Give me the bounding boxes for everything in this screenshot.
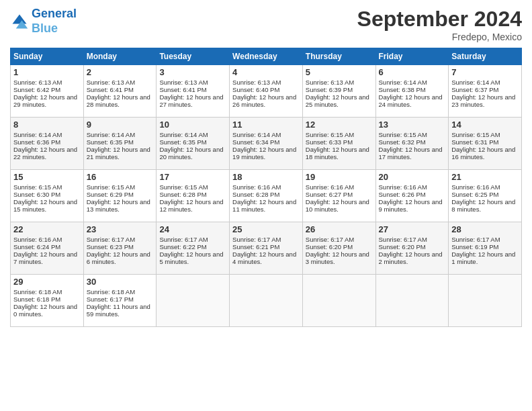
calendar-header-row: Sunday Monday Tuesday Wednesday Thursday… (11, 48, 522, 65)
daylight-label-11: Daylight: 12 hours and 19 minutes. (232, 146, 296, 161)
day-number-28: 28 (451, 224, 519, 234)
day-cell-7: 7 Sunrise: 6:14 AM Sunset: 6:37 PM Dayli… (449, 65, 522, 118)
col-wednesday: Wednesday (230, 48, 303, 65)
day-number-1: 1 (13, 67, 81, 77)
sunset-3: Sunset: 6:41 PM (159, 86, 206, 93)
daylight-label-29: Daylight: 12 hours and 0 minutes. (13, 303, 77, 318)
empty-cell (157, 275, 230, 327)
daylight-label-19: Daylight: 12 hours and 10 minutes. (306, 198, 369, 213)
title-block: September 2024 Fredepo, Mexico (357, 7, 522, 42)
sunrise-28: Sunrise: 6:17 AM (451, 236, 500, 243)
day-cell-14: 14 Sunrise: 6:15 AM Sunset: 6:31 PM Dayl… (449, 118, 522, 170)
week-row-4: 22 Sunrise: 6:16 AM Sunset: 6:24 PM Dayl… (11, 222, 522, 275)
daylight-label-17: Daylight: 12 hours and 12 minutes. (159, 198, 223, 213)
day-number-18: 18 (232, 172, 300, 182)
day-cell-5: 5 Sunrise: 6:13 AM Sunset: 6:39 PM Dayli… (302, 65, 375, 118)
day-number-9: 9 (87, 120, 154, 130)
day-cell-22: 22 Sunrise: 6:16 AM Sunset: 6:24 PM Dayl… (11, 222, 84, 275)
col-thursday: Thursday (302, 48, 375, 65)
daylight-label-1: Daylight: 12 hours and 29 minutes. (13, 93, 77, 108)
daylight-label-14: Daylight: 12 hours and 16 minutes. (451, 146, 515, 161)
daylight-label-8: Daylight: 12 hours and 22 minutes. (13, 146, 77, 161)
daylight-label-4: Daylight: 12 hours and 26 minutes. (232, 93, 296, 108)
sunrise-5: Sunrise: 6:13 AM (306, 79, 354, 86)
col-monday: Monday (83, 48, 157, 65)
day-number-14: 14 (451, 120, 519, 130)
daylight-label-2: Daylight: 12 hours and 28 minutes. (87, 93, 150, 108)
sunrise-26: Sunrise: 6:17 AM (306, 236, 354, 243)
day-cell-10: 10 Sunrise: 6:14 AM Sunset: 6:35 PM Dayl… (157, 118, 230, 170)
sunrise-23: Sunrise: 6:17 AM (87, 236, 135, 243)
daylight-label-27: Daylight: 12 hours and 2 minutes. (379, 250, 443, 265)
daylight-label-15: Daylight: 12 hours and 15 minutes. (13, 198, 77, 213)
daylight-label-10: Daylight: 12 hours and 20 minutes. (159, 146, 223, 161)
day-cell-6: 6 Sunrise: 6:14 AM Sunset: 6:38 PM Dayli… (375, 65, 449, 118)
sunrise-11: Sunrise: 6:14 AM (232, 131, 281, 138)
daylight-label-7: Daylight: 12 hours and 23 minutes. (451, 93, 515, 108)
day-cell-25: 25 Sunrise: 6:17 AM Sunset: 6:21 PM Dayl… (230, 222, 303, 275)
day-cell-27: 27 Sunrise: 6:17 AM Sunset: 6:20 PM Dayl… (375, 222, 449, 275)
sunrise-10: Sunrise: 6:14 AM (159, 131, 208, 138)
page-container: General Blue September 2024 Fredepo, Mex… (0, 0, 532, 334)
svg-marker-0 (13, 14, 27, 24)
daylight-label-28: Daylight: 12 hours and 1 minute. (451, 250, 515, 265)
page-header: General Blue September 2024 Fredepo, Mex… (10, 7, 522, 42)
daylight-label-25: Daylight: 12 hours and 4 minutes. (232, 250, 296, 265)
sunrise-29: Sunrise: 6:18 AM (13, 288, 62, 295)
col-friday: Friday (375, 48, 449, 65)
sunrise-6: Sunrise: 6:14 AM (379, 79, 427, 86)
sunset-14: Sunset: 6:31 PM (451, 138, 498, 146)
sunrise-12: Sunrise: 6:15 AM (306, 131, 354, 138)
daylight-label-26: Daylight: 12 hours and 3 minutes. (306, 250, 369, 265)
empty-cell (449, 275, 522, 327)
sunset-15: Sunset: 6:30 PM (13, 191, 60, 198)
day-number-19: 19 (306, 172, 373, 182)
sunrise-24: Sunrise: 6:17 AM (159, 236, 208, 243)
daylight-label-3: Daylight: 12 hours and 27 minutes. (159, 93, 223, 108)
daylight-label-23: Daylight: 12 hours and 6 minutes. (87, 250, 150, 265)
day-cell-29: 29 Sunrise: 6:18 AM Sunset: 6:18 PM Dayl… (11, 275, 84, 327)
week-row-2: 8 Sunrise: 6:14 AM Sunset: 6:36 PM Dayli… (11, 118, 522, 170)
day-number-15: 15 (13, 172, 81, 182)
day-cell-12: 12 Sunrise: 6:15 AM Sunset: 6:33 PM Dayl… (302, 118, 375, 170)
sunset-5: Sunset: 6:39 PM (306, 86, 353, 93)
daylight-label-13: Daylight: 12 hours and 17 minutes. (379, 146, 443, 161)
day-cell-9: 9 Sunrise: 6:14 AM Sunset: 6:35 PM Dayli… (83, 118, 157, 170)
sunrise-20: Sunrise: 6:16 AM (379, 183, 427, 191)
day-number-4: 4 (232, 67, 300, 77)
sunset-26: Sunset: 6:20 PM (306, 243, 353, 250)
sunset-25: Sunset: 6:21 PM (232, 243, 279, 250)
sunrise-19: Sunrise: 6:16 AM (306, 183, 354, 191)
day-cell-26: 26 Sunrise: 6:17 AM Sunset: 6:20 PM Dayl… (302, 222, 375, 275)
sunrise-9: Sunrise: 6:14 AM (87, 131, 135, 138)
day-cell-3: 3 Sunrise: 6:13 AM Sunset: 6:41 PM Dayli… (157, 65, 230, 118)
day-cell-19: 19 Sunrise: 6:16 AM Sunset: 6:27 PM Dayl… (302, 170, 375, 222)
daylight-label-16: Daylight: 12 hours and 13 minutes. (87, 198, 150, 213)
daylight-label-22: Daylight: 12 hours and 7 minutes. (13, 250, 77, 265)
empty-cell (375, 275, 449, 327)
day-cell-24: 24 Sunrise: 6:17 AM Sunset: 6:22 PM Dayl… (157, 222, 230, 275)
daylight-label-20: Daylight: 12 hours and 9 minutes. (379, 198, 443, 213)
day-number-2: 2 (87, 67, 154, 77)
day-cell-2: 2 Sunrise: 6:13 AM Sunset: 6:41 PM Dayli… (83, 65, 157, 118)
col-sunday: Sunday (11, 48, 84, 65)
day-number-6: 6 (379, 67, 446, 77)
sunset-23: Sunset: 6:23 PM (87, 243, 134, 250)
week-row-3: 15 Sunrise: 6:15 AM Sunset: 6:30 PM Dayl… (11, 170, 522, 222)
day-cell-20: 20 Sunrise: 6:16 AM Sunset: 6:26 PM Dayl… (375, 170, 449, 222)
sunrise-17: Sunrise: 6:15 AM (159, 183, 208, 191)
sunrise-22: Sunrise: 6:16 AM (13, 236, 62, 243)
day-number-7: 7 (451, 67, 519, 77)
day-number-8: 8 (13, 120, 81, 130)
sunset-10: Sunset: 6:35 PM (159, 138, 206, 146)
sunset-24: Sunset: 6:22 PM (159, 243, 206, 250)
sunrise-21: Sunrise: 6:16 AM (451, 183, 500, 191)
sunrise-14: Sunrise: 6:15 AM (451, 131, 500, 138)
logo-icon (10, 12, 29, 31)
day-number-25: 25 (232, 224, 300, 234)
day-cell-16: 16 Sunrise: 6:15 AM Sunset: 6:29 PM Dayl… (83, 170, 157, 222)
sunset-22: Sunset: 6:24 PM (13, 243, 60, 250)
col-saturday: Saturday (449, 48, 522, 65)
sunset-2: Sunset: 6:41 PM (87, 86, 134, 93)
day-cell-30: 30 Sunrise: 6:18 AM Sunset: 6:17 PM Dayl… (83, 275, 157, 327)
